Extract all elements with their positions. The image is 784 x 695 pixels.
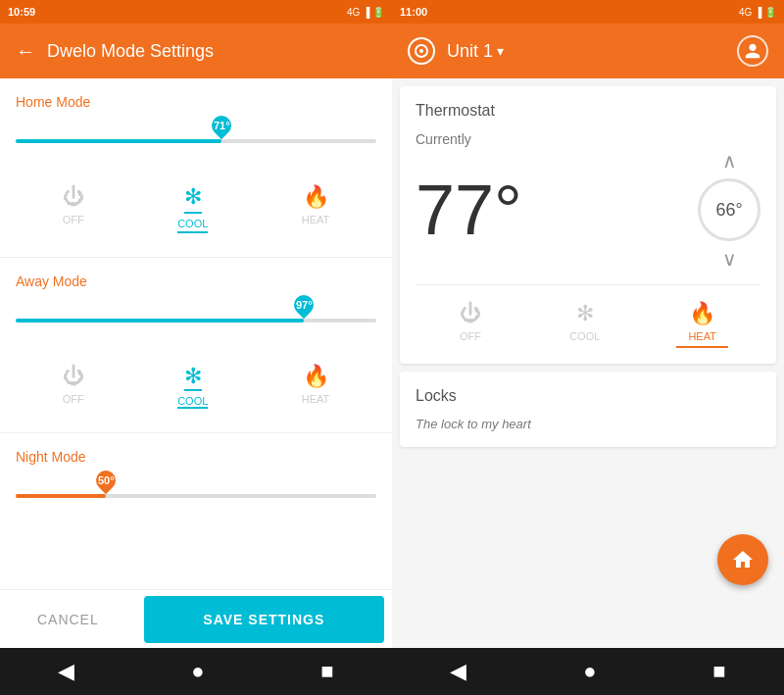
home-heat-button[interactable]: 🔥 HEAT <box>286 176 346 241</box>
thermostat-card: Thermostat Currently 77° ∧ 66° ∨ ⏻ OFF <box>400 86 776 364</box>
away-slider-container: 97° <box>16 301 376 340</box>
home-off-label: OFF <box>63 214 84 225</box>
save-settings-button[interactable]: SAVE SETTINGS <box>144 596 384 643</box>
nav-back-left[interactable]: ◀ <box>50 651 82 692</box>
temp-up-button[interactable]: ∧ <box>722 151 737 171</box>
nav-recents-left[interactable]: ■ <box>313 651 341 692</box>
night-slider-fill <box>16 494 106 498</box>
away-heat-label: HEAT <box>302 393 330 405</box>
away-cool-label: COOL <box>177 395 208 409</box>
unit-selector[interactable]: Unit 1 ▾ <box>447 41 504 62</box>
left-nav: ◀ ● ■ <box>0 651 392 692</box>
home-cool-button[interactable]: ✻ COOL <box>162 176 223 241</box>
thermo-cool-label: COOL <box>569 330 600 342</box>
night-mode-label: Night Mode <box>16 449 376 465</box>
nav-home-right[interactable]: ● <box>575 651 604 692</box>
home-mode-section: Home Mode 71° ⏻ OFF ✻ <box>16 78 376 257</box>
back-button[interactable]: ← <box>16 40 35 63</box>
away-heat-icon: 🔥 <box>303 364 329 389</box>
locks-title: Locks <box>416 387 760 405</box>
away-cool-button[interactable]: ✻ COOL <box>162 356 223 417</box>
away-off-icon: ⏻ <box>63 364 84 389</box>
away-slider-thumb[interactable]: 97° <box>290 291 318 319</box>
away-off-button[interactable]: ⏻ OFF <box>47 356 100 417</box>
night-slider-container: 50° <box>16 476 376 516</box>
status-time-right: 11:00 <box>400 6 427 18</box>
nav-recents-right[interactable]: ■ <box>705 651 733 692</box>
cancel-button[interactable]: CANCEL <box>0 596 136 643</box>
away-cool-icon: ✻ <box>184 364 202 391</box>
home-temp-value: 71° <box>213 120 229 131</box>
temp-control: ∧ 66° ∨ <box>698 151 760 269</box>
night-mode-section: Night Mode 50° <box>16 433 376 539</box>
home-off-button[interactable]: ⏻ OFF <box>47 176 100 241</box>
thermo-heat-icon: 🔥 <box>689 301 715 326</box>
right-header: Unit 1 ▾ <box>392 24 784 78</box>
status-icons-left: 4G ▐ 🔋 <box>347 7 384 18</box>
temp-down-button[interactable]: ∨ <box>722 249 737 269</box>
home-slider-thumb[interactable]: 71° <box>208 112 235 139</box>
home-heat-icon: 🔥 <box>303 184 329 210</box>
thermo-heat-button[interactable]: 🔥 HEAT <box>676 297 728 348</box>
away-slider-track[interactable]: 97° <box>16 319 376 323</box>
thermo-off-button[interactable]: ⏻ OFF <box>448 297 493 348</box>
status-time-left: 10:59 <box>8 6 35 18</box>
thermostat-controls: ⏻ OFF ✻ COOL 🔥 HEAT <box>416 284 760 348</box>
status-icons-right: 4G ▐ 🔋 <box>739 7 776 18</box>
dwelo-logo <box>408 37 435 65</box>
profile-button[interactable] <box>737 35 768 67</box>
thermostat-title: Thermostat <box>416 102 760 120</box>
left-footer: CANCEL SAVE SETTINGS <box>0 589 392 648</box>
home-slider-container: 71° <box>16 122 376 161</box>
nav-home-left[interactable]: ● <box>183 651 212 692</box>
home-cool-icon: ✻ <box>184 184 202 214</box>
thermo-off-icon: ⏻ <box>460 301 481 326</box>
nav-bar: ◀ ● ■ ◀ ● ■ <box>0 648 784 695</box>
unit-label: Unit 1 <box>447 41 493 62</box>
night-slider-thumb[interactable]: 50° <box>92 467 120 494</box>
home-mode-label: Home Mode <box>16 94 376 110</box>
locks-card: Locks The lock to my heart <box>400 372 776 447</box>
thermo-cool-icon: ✻ <box>576 301 594 326</box>
home-cool-label: COOL <box>177 218 208 233</box>
home-fab-button[interactable] <box>717 534 768 585</box>
away-mode-controls: ⏻ OFF ✻ COOL 🔥 HEAT <box>16 356 376 417</box>
current-temperature: 77° <box>416 174 522 245</box>
away-temp-value: 97° <box>296 299 313 311</box>
unit-dropdown-arrow: ▾ <box>497 43 504 59</box>
set-temperature: 66° <box>698 178 760 241</box>
night-slider-track[interactable]: 50° <box>16 494 376 498</box>
thermostat-display: 77° ∧ 66° ∨ <box>416 151 760 269</box>
svg-point-1 <box>419 49 423 53</box>
home-off-icon: ⏻ <box>63 184 84 210</box>
home-slider-fill <box>16 139 221 143</box>
right-nav: ◀ ● ■ <box>392 651 784 692</box>
away-heat-button[interactable]: 🔥 HEAT <box>286 356 346 417</box>
thermo-heat-label: HEAT <box>688 330 716 342</box>
nav-back-right[interactable]: ◀ <box>442 651 474 692</box>
away-off-label: OFF <box>63 393 84 405</box>
lock-subtext: The lock to my heart <box>416 417 760 431</box>
home-mode-controls: ⏻ OFF ✻ COOL 🔥 HEAT <box>16 176 376 241</box>
left-header: ← Dwelo Mode Settings <box>0 24 392 78</box>
currently-label: Currently <box>416 131 760 147</box>
thermo-cool-button[interactable]: ✻ COOL <box>558 297 612 348</box>
away-mode-label: Away Mode <box>16 273 376 289</box>
away-mode-section: Away Mode 97° ⏻ OFF ✻ <box>16 258 376 432</box>
thermo-off-label: OFF <box>460 330 481 342</box>
night-temp-value: 50° <box>98 474 115 486</box>
away-slider-fill <box>16 319 304 323</box>
left-panel-title: Dwelo Mode Settings <box>47 41 214 62</box>
home-slider-track[interactable]: 71° <box>16 139 376 143</box>
home-heat-label: HEAT <box>302 214 330 225</box>
